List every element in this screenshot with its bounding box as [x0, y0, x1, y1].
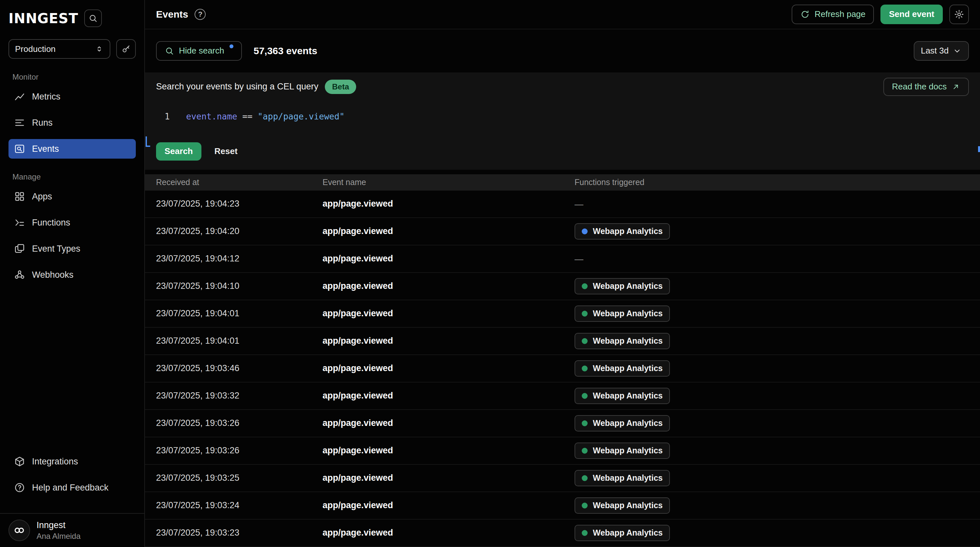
received-at-cell: 23/07/2025, 19:04:01 — [156, 336, 323, 346]
settings-button[interactable] — [949, 5, 969, 24]
event-types-icon — [14, 243, 25, 254]
event-row[interactable]: 23/07/2025, 19:03:26 app/page.viewed Web… — [145, 410, 980, 437]
received-at-cell: 23/07/2025, 19:03:24 — [156, 500, 323, 510]
event-name-cell: app/page.viewed — [323, 254, 574, 264]
functions-triggered-cell: Webapp Analytics — [574, 415, 980, 431]
function-pill[interactable]: Webapp Analytics — [574, 278, 670, 294]
page-title: Events — [156, 9, 188, 20]
function-pill-label: Webapp Analytics — [593, 418, 663, 428]
main-content: Events ? Refresh page Send event Hide se… — [145, 0, 980, 547]
event-row[interactable]: 23/07/2025, 19:04:23 app/page.viewed — — [145, 191, 980, 218]
search-button[interactable]: Search — [156, 142, 201, 161]
function-pill[interactable]: Webapp Analytics — [574, 360, 670, 377]
function-pill-label: Webapp Analytics — [593, 364, 663, 373]
function-pill[interactable]: Webapp Analytics — [574, 525, 670, 541]
editor-line-number: 1 — [156, 111, 178, 121]
refresh-page-button[interactable]: Refresh page — [792, 5, 874, 24]
functions-triggered-cell: Webapp Analytics — [574, 442, 980, 459]
time-range-selector[interactable]: Last 3d — [914, 41, 969, 61]
code-identifier: event.name — [186, 111, 237, 121]
function-status-dot — [582, 420, 588, 426]
event-row[interactable]: 23/07/2025, 19:03:23 app/page.viewed Web… — [145, 520, 980, 547]
event-row[interactable]: 23/07/2025, 19:04:10 app/page.viewed Web… — [145, 273, 980, 300]
logo-row: INNGEST — [8, 8, 136, 28]
column-header-event-name: Event name — [323, 178, 574, 187]
key-icon — [121, 44, 131, 54]
event-keys-button[interactable] — [116, 39, 136, 59]
sidebar-item-events[interactable]: Events — [8, 139, 136, 159]
function-pill-label: Webapp Analytics — [593, 446, 663, 455]
nav-item-label: Functions — [32, 218, 70, 228]
webhooks-icon — [14, 269, 25, 281]
sidebar-item-event-types[interactable]: Event Types — [8, 239, 136, 259]
event-row[interactable]: 23/07/2025, 19:03:32 app/page.viewed Web… — [145, 383, 980, 410]
sidebar-item-apps[interactable]: Apps — [8, 187, 136, 206]
no-functions-dash: — — [574, 199, 583, 209]
sidebar-item-integrations[interactable]: Integrations — [8, 452, 136, 471]
function-pill[interactable]: Webapp Analytics — [574, 333, 670, 349]
sidebar-item-help-and-feedback[interactable]: Help and Feedback — [8, 478, 136, 498]
function-pill[interactable]: Webapp Analytics — [574, 223, 670, 240]
event-name-cell: app/page.viewed — [323, 418, 574, 428]
event-row[interactable]: 23/07/2025, 19:03:46 app/page.viewed Web… — [145, 355, 980, 383]
event-name-cell: app/page.viewed — [323, 336, 574, 346]
event-row[interactable]: 23/07/2025, 19:04:01 app/page.viewed Web… — [145, 300, 980, 328]
editor-cursor-artifact — [146, 146, 150, 147]
function-pill[interactable]: Webapp Analytics — [574, 470, 670, 486]
event-name-cell: app/page.viewed — [323, 391, 574, 401]
inngest-logo[interactable]: INNGEST — [8, 10, 78, 26]
beta-badge: Beta — [325, 80, 356, 94]
chevron-down-icon — [953, 46, 962, 56]
received-at-cell: 23/07/2025, 19:03:23 — [156, 528, 323, 538]
function-status-dot — [582, 530, 588, 536]
event-row[interactable]: 23/07/2025, 19:03:25 app/page.viewed Web… — [145, 465, 980, 492]
inngest-app-window: INNGEST Production Monitor Metrics — [0, 0, 980, 547]
functions-triggered-cell: Webapp Analytics — [574, 525, 980, 541]
received-at-cell: 23/07/2025, 19:04:01 — [156, 308, 323, 318]
environment-selector[interactable]: Production — [8, 39, 110, 59]
page-help-icon[interactable]: ? — [194, 9, 206, 20]
functions-icon — [14, 217, 25, 229]
cel-query-editor[interactable]: 1 event.name == "app/page.viewed" — [156, 110, 969, 139]
event-row[interactable]: 23/07/2025, 19:04:01 app/page.viewed Web… — [145, 328, 980, 355]
event-name-cell: app/page.viewed — [323, 199, 574, 209]
sidebar-item-webhooks[interactable]: Webhooks — [8, 265, 136, 285]
sidebar-search-button[interactable] — [84, 10, 102, 27]
event-name-cell: app/page.viewed — [323, 281, 574, 291]
function-pill[interactable]: Webapp Analytics — [574, 305, 670, 322]
function-status-dot — [582, 502, 588, 509]
received-at-cell: 23/07/2025, 19:04:10 — [156, 281, 323, 291]
events-toolbar: Hide search 57,363 events Last 3d — [145, 29, 980, 72]
event-row[interactable]: 23/07/2025, 19:04:20 app/page.viewed Web… — [145, 218, 980, 245]
avatar — [8, 520, 30, 541]
reset-button[interactable]: Reset — [215, 146, 238, 156]
environment-name: Production — [15, 44, 56, 54]
nav-item-label: Runs — [32, 118, 52, 128]
function-pill[interactable]: Webapp Analytics — [574, 388, 670, 404]
hide-search-button[interactable]: Hide search — [156, 41, 242, 61]
search-panel-header: Search your events by using a CEL query … — [156, 78, 969, 96]
editor-code-line: event.name == "app/page.viewed" — [178, 111, 344, 121]
function-pill[interactable]: Webapp Analytics — [574, 415, 670, 431]
event-row[interactable]: 23/07/2025, 19:03:24 app/page.viewed Web… — [145, 492, 980, 520]
function-pill[interactable]: Webapp Analytics — [574, 498, 670, 514]
function-pill[interactable]: Webapp Analytics — [574, 442, 670, 459]
function-pill-label: Webapp Analytics — [593, 281, 663, 291]
function-pill-label: Webapp Analytics — [593, 528, 663, 537]
functions-triggered-cell: — — [574, 198, 980, 210]
search-panel-actions: Search Reset — [156, 142, 969, 161]
event-row[interactable]: 23/07/2025, 19:04:12 app/page.viewed — — [145, 245, 980, 273]
received-at-cell: 23/07/2025, 19:03:46 — [156, 363, 323, 374]
sidebar-item-runs[interactable]: Runs — [8, 113, 136, 132]
event-row[interactable]: 23/07/2025, 19:03:26 app/page.viewed Web… — [145, 437, 980, 465]
send-event-button[interactable]: Send event — [880, 5, 943, 24]
environment-row: Production — [8, 39, 136, 59]
sidebar-item-functions[interactable]: Functions — [8, 213, 136, 232]
functions-triggered-cell: Webapp Analytics — [574, 470, 980, 486]
refresh-icon — [800, 10, 810, 19]
received-at-cell: 23/07/2025, 19:04:20 — [156, 226, 323, 236]
read-the-docs-button[interactable]: Read the docs — [883, 78, 969, 96]
user-account-card[interactable]: Inngest Ana Almeida — [0, 513, 144, 547]
inngest-mark-icon — [13, 524, 26, 537]
sidebar-item-metrics[interactable]: Metrics — [8, 87, 136, 107]
